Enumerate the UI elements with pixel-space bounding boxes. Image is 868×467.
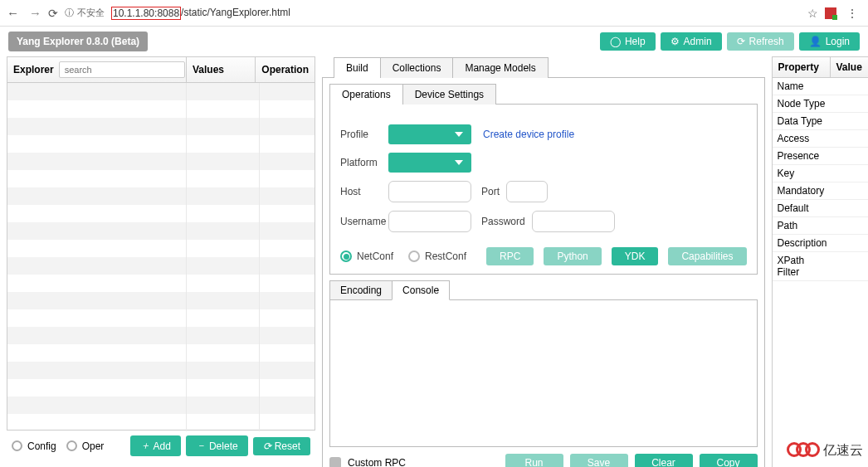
prop-row: Data Type xyxy=(773,113,868,130)
url-bar[interactable]: 10.1.1.80:8088/static/YangExplorer.html xyxy=(111,7,290,20)
restconf-label: RestConf xyxy=(425,251,466,262)
back-icon[interactable]: ← xyxy=(7,6,19,20)
platform-label: Platform xyxy=(340,157,388,168)
url-highlighted: 10.1.1.80:8088 xyxy=(111,7,181,20)
table-row xyxy=(7,257,315,275)
table-row xyxy=(7,170,315,187)
table-row xyxy=(7,118,315,135)
values-col-header: Values xyxy=(187,57,256,82)
username-row: Username Password xyxy=(340,211,747,232)
build-body: Operations Device Settings Profile Creat… xyxy=(322,77,765,467)
platform-dropdown[interactable] xyxy=(388,153,471,173)
table-row xyxy=(7,240,315,257)
capabilities-button[interactable]: Capabilities xyxy=(668,247,746,265)
python-button[interactable]: Python xyxy=(544,247,601,265)
value-col-header: Value xyxy=(831,57,868,77)
explorer-rows xyxy=(7,83,315,430)
host-row: Host Port xyxy=(340,181,747,202)
profile-row: Profile Create device profile xyxy=(340,124,747,144)
table-row xyxy=(7,396,315,414)
explorer-footer: Config Oper ＋Add －Delete ⟳Reset xyxy=(7,431,315,461)
prop-row: XPath Filter xyxy=(773,252,868,281)
rpc-button[interactable]: RPC xyxy=(486,247,534,265)
watermark: 亿速云 xyxy=(787,440,863,460)
console-tabs: Encoding Console xyxy=(329,280,758,299)
add-button[interactable]: ＋Add xyxy=(130,435,181,456)
table-row xyxy=(7,309,315,327)
tab-manage[interactable]: Manage Models xyxy=(452,57,548,78)
table-row xyxy=(7,153,315,170)
brand-badge: Yang Explorer 0.8.0 (Beta) xyxy=(8,32,148,51)
table-row xyxy=(7,275,315,292)
bookmark-icon[interactable]: ☆ xyxy=(807,7,818,20)
github-icon: ◯ xyxy=(610,36,621,47)
profile-label: Profile xyxy=(340,129,388,140)
gear-icon: ⚙ xyxy=(671,36,680,47)
main-area: Explorer Values Operation xyxy=(0,56,868,467)
username-input[interactable] xyxy=(388,211,471,232)
netconf-radio[interactable] xyxy=(340,251,352,262)
table-row xyxy=(7,344,315,362)
delete-button[interactable]: －Delete xyxy=(186,435,248,456)
tab-device[interactable]: Device Settings xyxy=(402,84,496,105)
prop-row: Presence xyxy=(773,148,868,165)
watermark-text: 亿速云 xyxy=(823,442,863,460)
console-area[interactable] xyxy=(329,299,758,447)
prop-row: Name xyxy=(773,78,868,95)
forward-icon[interactable]: → xyxy=(29,6,41,20)
table-row xyxy=(7,135,315,153)
copy-button[interactable]: Copy xyxy=(700,454,758,467)
table-row xyxy=(7,327,315,344)
bottom-row: Custom RPC Run Save Clear Copy xyxy=(329,454,758,467)
topbar: Yang Explorer 0.8.0 (Beta) ◯Help ⚙Admin … xyxy=(0,27,868,56)
browser-bar: ← → ⟳ ⓘ 不安全 10.1.1.80:8088/static/YangEx… xyxy=(0,0,868,27)
help-button[interactable]: ◯Help xyxy=(600,32,656,51)
admin-button[interactable]: ⚙Admin xyxy=(661,32,722,51)
user-icon: 👤 xyxy=(809,36,822,47)
prop-row: Access xyxy=(773,130,868,148)
port-input[interactable] xyxy=(506,181,548,202)
refresh-icon: ⟳ xyxy=(263,440,271,452)
table-row xyxy=(7,222,315,240)
center-panel: Build Collections Manage Models Operatio… xyxy=(322,56,765,467)
prop-row: Path xyxy=(773,217,868,235)
password-input[interactable] xyxy=(532,211,615,232)
search-input[interactable] xyxy=(59,61,185,78)
restconf-radio[interactable] xyxy=(408,251,420,262)
tab-build[interactable]: Build xyxy=(334,57,381,78)
operation-col-header: Operation xyxy=(256,57,315,82)
tab-operations[interactable]: Operations xyxy=(329,84,403,105)
refresh-icon: ⟳ xyxy=(737,36,745,47)
custom-rpc-checkbox[interactable] xyxy=(329,457,341,467)
custom-rpc-label: Custom RPC xyxy=(348,457,406,467)
prop-row: Node Type xyxy=(773,95,868,113)
table-row xyxy=(7,187,315,205)
table-row xyxy=(7,83,315,100)
config-label: Config xyxy=(27,440,56,452)
sub-tabs: Operations Device Settings xyxy=(329,83,758,104)
profile-dropdown[interactable] xyxy=(388,124,471,144)
menu-icon[interactable]: ⋮ xyxy=(843,7,861,20)
table-row xyxy=(7,205,315,222)
reset-button[interactable]: ⟳Reset xyxy=(253,437,310,455)
watermark-icon xyxy=(787,440,820,460)
save-button[interactable]: Save xyxy=(570,454,628,467)
ydk-button[interactable]: YDK xyxy=(612,247,659,265)
create-profile-link[interactable]: Create device profile xyxy=(483,129,574,140)
config-radio[interactable] xyxy=(12,440,22,451)
tab-console[interactable]: Console xyxy=(392,280,450,300)
tab-encoding[interactable]: Encoding xyxy=(329,280,393,300)
host-input[interactable] xyxy=(388,181,471,202)
clear-button[interactable]: Clear xyxy=(635,454,693,467)
login-button[interactable]: 👤Login xyxy=(799,32,860,51)
refresh-button[interactable]: ⟳Refresh xyxy=(727,32,794,51)
property-panel: Property Value Name Node Type Data Type … xyxy=(772,56,869,467)
tab-collections[interactable]: Collections xyxy=(380,57,454,78)
reload-icon[interactable]: ⟳ xyxy=(48,7,58,20)
nav-arrows: ← → xyxy=(7,6,41,20)
run-button[interactable]: Run xyxy=(505,454,563,467)
extension-icon[interactable] xyxy=(825,7,836,19)
prop-row: Key xyxy=(773,165,868,182)
oper-radio[interactable] xyxy=(66,440,77,451)
table-row xyxy=(7,100,315,118)
